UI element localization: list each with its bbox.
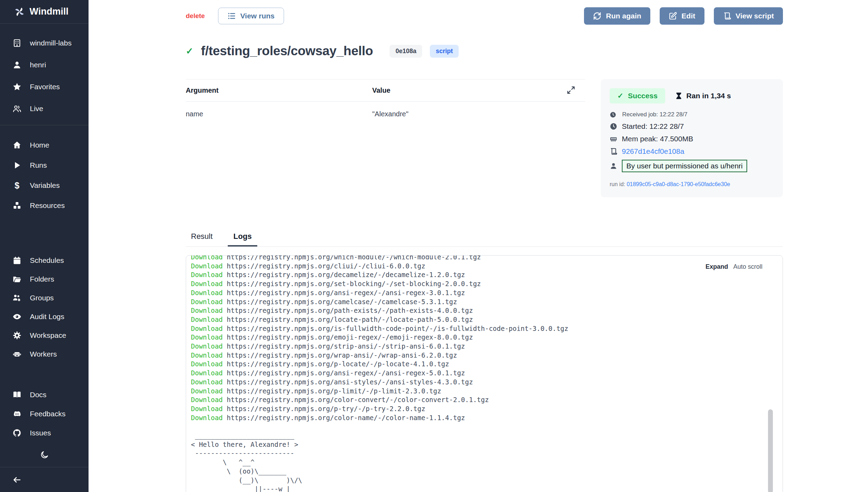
home-icon xyxy=(12,141,22,150)
expand-table-icon[interactable] xyxy=(567,86,575,94)
view-runs-label: View runs xyxy=(240,12,275,20)
success-check-icon: ✓ xyxy=(186,46,193,57)
user-group-gear-icon xyxy=(12,293,22,302)
status-badge: ✓ Success xyxy=(610,88,665,103)
sidebar-item-workspace-settings[interactable]: Workspace xyxy=(0,326,89,345)
scroll-icon xyxy=(610,148,617,155)
sidebar-item-workers[interactable]: Workers xyxy=(0,345,89,364)
folders-label: Folders xyxy=(30,275,54,283)
schedules-label: Schedules xyxy=(30,256,64,265)
sidebar-item-schedules[interactable]: Schedules xyxy=(0,251,89,270)
view-script-label: View script xyxy=(736,12,774,20)
eye-icon xyxy=(12,312,22,321)
edit-button[interactable]: Edit xyxy=(660,7,704,25)
gear-icon xyxy=(12,331,22,340)
delete-button[interactable]: delete xyxy=(186,12,205,20)
duration: Ran in 1,34 s xyxy=(675,92,731,100)
live-label: Live xyxy=(30,105,43,113)
windmill-logo[interactable]: Windmill xyxy=(0,0,89,24)
run-id-line: run id: 01899c05-c9a0-d8ac-1790-e50fadc6… xyxy=(610,181,774,187)
hourglass-icon xyxy=(675,92,683,100)
sidebar-item-favorites[interactable]: Favorites xyxy=(0,76,89,98)
sidebar-divider xyxy=(0,125,89,125)
workers-label: Workers xyxy=(30,350,57,358)
sidebar-item-user[interactable]: henri xyxy=(0,54,89,76)
workspace-label: Workspace xyxy=(30,331,66,340)
job-kind-badge: script xyxy=(430,45,459,58)
arguments-table-header: Argument Value xyxy=(186,80,585,102)
audit-logs-label: Audit Logs xyxy=(30,312,64,321)
commit-hash-badge: 0e108a xyxy=(390,45,422,58)
sidebar-item-home[interactable]: Home xyxy=(0,135,89,155)
github-icon xyxy=(12,428,22,437)
sidebar-item-live[interactable]: Live xyxy=(0,98,89,119)
folder-open-icon xyxy=(12,275,22,284)
sidebar-item-docs[interactable]: Docs xyxy=(0,385,89,404)
workspace-name-label: windmill-labs xyxy=(30,39,72,47)
expand-logs-button[interactable]: Expand xyxy=(706,263,728,270)
table-row: name "Alexandre" xyxy=(186,102,585,126)
mem-peak-label: Mem peak: 47.500MB xyxy=(622,135,693,143)
view-runs-button[interactable]: View runs xyxy=(218,8,284,24)
value-column-header: Value xyxy=(372,86,390,94)
clock-icon xyxy=(610,123,617,130)
refresh-icon xyxy=(593,12,601,20)
arguments-table: Argument Value name "Alexandre" xyxy=(186,79,585,126)
person-icon xyxy=(610,162,617,170)
sidebar-item-groups[interactable]: Groups xyxy=(0,289,89,307)
feedbacks-label: Feedbacks xyxy=(30,410,66,418)
sidebar-item-workspace-name[interactable]: windmill-labs xyxy=(0,32,89,54)
discord-icon xyxy=(12,409,22,418)
boxes-icon xyxy=(12,201,22,210)
view-script-button[interactable]: View script xyxy=(714,7,783,25)
argument-column-header: Argument xyxy=(186,86,372,94)
edit-pencil-icon xyxy=(669,12,677,20)
parent-hash-link[interactable]: 9267d1e4cf0e108a xyxy=(622,147,684,156)
issues-label: Issues xyxy=(30,429,51,437)
tab-result[interactable]: Result xyxy=(190,232,213,247)
sidebar-item-folders[interactable]: Folders xyxy=(0,270,89,289)
list-icon xyxy=(227,12,236,20)
sidebar-item-issues[interactable]: Issues xyxy=(0,423,89,442)
app-title: Windmill xyxy=(30,6,68,17)
calendar-icon xyxy=(12,256,22,265)
main-area: delete View runs Run again Edit View scr… xyxy=(89,0,868,492)
runs-label: Runs xyxy=(30,161,47,169)
permissioned-as-box: By user but permissioned as u/henri xyxy=(622,160,747,172)
arrow-left-icon xyxy=(12,475,22,484)
tab-logs[interactable]: Logs xyxy=(228,232,257,247)
run-id-label: run id: xyxy=(610,181,627,187)
groups-label: Groups xyxy=(30,294,54,302)
favorites-label: Favorites xyxy=(30,83,60,91)
sidebar-item-runs[interactable]: Runs xyxy=(0,155,89,175)
sidebar: Windmill windmill-labs henri Favorites L… xyxy=(0,0,89,492)
log-scrollbar-thumb[interactable] xyxy=(768,409,773,492)
argument-value-cell: "Alexandre" xyxy=(372,110,408,118)
run-again-button[interactable]: Run again xyxy=(584,7,650,25)
argument-name-cell: name xyxy=(186,110,372,118)
robot-icon xyxy=(12,350,22,359)
dark-mode-toggle[interactable] xyxy=(0,446,89,464)
auto-scroll-toggle[interactable]: Auto scroll xyxy=(733,263,762,270)
play-icon xyxy=(12,161,22,170)
sidebar-item-feedbacks[interactable]: Feedbacks xyxy=(0,404,89,423)
scroll-icon xyxy=(723,12,731,20)
users-icon xyxy=(12,104,22,113)
result-logs-tabs: Result Logs xyxy=(186,232,783,247)
parent-hash-line: 9267d1e4cf0e108a xyxy=(610,147,774,156)
status-badge-label: Success xyxy=(628,92,658,100)
sidebar-item-variables[interactable]: $ Variables xyxy=(0,175,89,195)
edit-label: Edit xyxy=(682,12,695,20)
run-id-link[interactable]: 01899c05-c9a0-d8ac-1790-e50fadc6e30e xyxy=(627,181,730,187)
sidebar-collapse-button[interactable] xyxy=(0,467,89,492)
sidebar-item-audit-logs[interactable]: Audit Logs xyxy=(0,307,89,326)
resources-label: Resources xyxy=(30,201,65,210)
check-icon: ✓ xyxy=(617,92,624,100)
dollar-icon: $ xyxy=(12,181,22,191)
clock-icon xyxy=(610,111,616,118)
sidebar-item-resources[interactable]: Resources xyxy=(0,195,89,216)
received-line: Received job: 12:22 28/7 xyxy=(610,111,774,118)
received-label: Received job: 12:22 28/7 xyxy=(622,111,687,118)
memory-icon xyxy=(610,135,617,143)
moon-icon xyxy=(40,450,49,459)
